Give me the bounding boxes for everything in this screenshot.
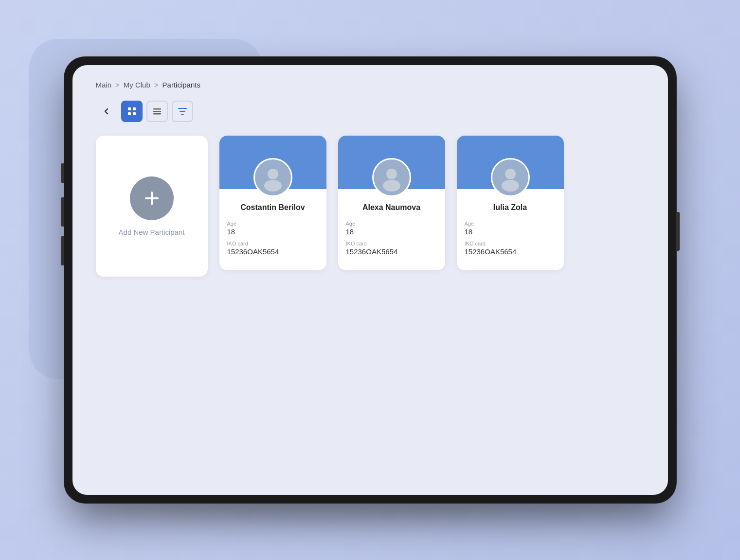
toolbar — [96, 101, 645, 122]
breadcrumb-sep-1: > — [115, 81, 120, 89]
avatar-1 — [253, 158, 292, 197]
participant-card-3[interactable]: Iulia Zola Age 18 IKO card 15236OAK5654 — [457, 136, 564, 270]
iko-label-1: IKO card — [227, 241, 319, 246]
card-header-2 — [338, 136, 445, 189]
age-value-2: 18 — [346, 228, 437, 236]
svg-rect-1 — [133, 107, 136, 110]
card-header-3 — [457, 136, 564, 189]
svg-rect-5 — [153, 111, 161, 112]
card-header-1 — [219, 136, 326, 189]
svg-rect-3 — [133, 112, 136, 115]
add-participant-card[interactable]: Add New Participant — [96, 136, 208, 277]
grid-view-button[interactable] — [121, 101, 143, 122]
add-participant-label: Add New Participant — [119, 228, 185, 236]
breadcrumb-sep-2: > — [154, 81, 159, 89]
age-value-3: 18 — [465, 228, 556, 236]
add-icon-circle — [130, 176, 174, 220]
iko-label-3: IKO card — [465, 241, 556, 246]
participant-name-1: Costantin Berilov — [227, 203, 319, 213]
age-value-1: 18 — [227, 228, 319, 236]
breadcrumb-club[interactable]: My Club — [124, 81, 150, 89]
participant-name-2: Alexa Naumova — [346, 203, 437, 213]
age-label-3: Age — [465, 221, 556, 227]
svg-point-9 — [268, 169, 278, 179]
participant-card-1[interactable]: Costantin Berilov Age 18 IKO card 15236O… — [219, 136, 326, 270]
iko-row-1: IKO card 15236OAK5654 — [227, 241, 319, 256]
cards-grid: Add New Participant — [96, 136, 645, 277]
svg-point-13 — [505, 169, 516, 179]
svg-rect-6 — [153, 113, 161, 115]
age-label-1: Age — [227, 221, 319, 227]
breadcrumb-participants: Participants — [162, 81, 200, 89]
iko-value-3: 15236OAK5654 — [465, 247, 556, 256]
list-view-button[interactable] — [146, 101, 168, 122]
iko-row-2: IKO card 15236OAK5654 — [346, 241, 437, 256]
back-button[interactable] — [96, 101, 117, 122]
participant-card-2[interactable]: Alexa Naumova Age 18 IKO card 15236OAK56… — [338, 136, 445, 270]
iko-value-1: 15236OAK5654 — [227, 247, 319, 256]
svg-point-11 — [386, 169, 397, 179]
age-row-2: Age 18 — [346, 221, 437, 236]
avatar-2 — [372, 158, 411, 197]
iko-label-2: IKO card — [346, 241, 437, 246]
participant-name-3: Iulia Zola — [465, 203, 556, 213]
svg-rect-4 — [153, 108, 161, 110]
breadcrumb: Main > My Club > Participants — [96, 81, 645, 89]
svg-point-12 — [383, 180, 400, 192]
age-label-2: Age — [346, 221, 437, 227]
svg-rect-0 — [128, 107, 131, 110]
filter-button[interactable] — [172, 101, 193, 122]
avatar-3 — [491, 158, 530, 197]
iko-row-3: IKO card 15236OAK5654 — [465, 241, 556, 256]
svg-point-10 — [264, 180, 282, 192]
age-row-1: Age 18 — [227, 221, 319, 236]
svg-rect-2 — [128, 112, 131, 115]
iko-value-2: 15236OAK5654 — [346, 247, 437, 256]
svg-point-14 — [502, 180, 519, 192]
age-row-3: Age 18 — [465, 221, 556, 236]
breadcrumb-main[interactable]: Main — [96, 81, 112, 89]
